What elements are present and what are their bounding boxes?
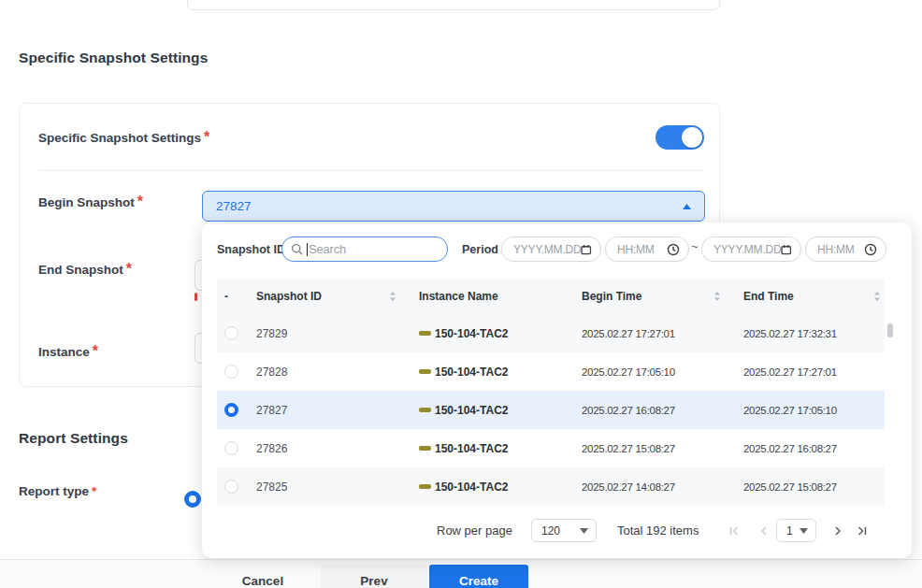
previous-section-box: [187, 0, 720, 10]
end-time-cell: 2025.02.27 16:08:27: [743, 443, 885, 454]
header-instance-name-label: Instance Name: [419, 290, 498, 303]
instance-label: Instance: [38, 345, 90, 359]
period-start-date-input[interactable]: YYYY.MM.DD: [501, 237, 601, 262]
search-placeholder: Search: [309, 242, 439, 256]
begin-snapshot-select[interactable]: 27827: [202, 191, 705, 222]
screen: Specific Snapshot Settings Specific Snap…: [0, 0, 922, 588]
instance-status-icon: [419, 446, 431, 451]
date-placeholder: YYYY.MM.DD: [713, 243, 781, 256]
snapshot-settings-toggle[interactable]: [655, 125, 704, 150]
snapshot-id-cell: 27826: [256, 442, 419, 455]
rows-per-page-select[interactable]: 120: [531, 519, 597, 542]
switch-label-row: Specific Snapshot Settings*: [38, 129, 209, 146]
total-items-text: Total 192 items: [617, 523, 699, 538]
instance-name-cell: 150-104-TAC2: [435, 404, 508, 417]
begin-time-cell: 2025.02.27 14:08:27: [582, 481, 743, 493]
last-page-button[interactable]: [853, 523, 870, 538]
create-button[interactable]: Create: [429, 565, 528, 588]
required-marker: *: [92, 484, 96, 498]
snapshot-dropdown-panel: Snapshot ID Search Period YYYY.MM.DD HH:…: [202, 222, 912, 558]
rows-per-page-value: 120: [541, 524, 560, 538]
instance-name-cell: 150-104-TAC2: [435, 480, 508, 494]
header-instance-name: Instance Name: [419, 290, 582, 303]
instance-name-cell: 150-104-TAC2: [435, 366, 508, 379]
next-page-button[interactable]: [829, 523, 846, 538]
period-label: Period: [462, 243, 498, 256]
sort-icon[interactable]: [873, 291, 881, 302]
snapshot-search-input[interactable]: Search: [281, 237, 448, 262]
chevron-left-icon: [760, 526, 768, 536]
sort-icon[interactable]: [713, 291, 721, 302]
row-radio[interactable]: [224, 480, 238, 494]
switch-label: Specific Snapshot Settings: [38, 131, 201, 145]
table-row[interactable]: 27826 150-104-TAC2 2025.02.27 15:08:27 2…: [217, 429, 885, 467]
footer-bar: Cancel Prev Create: [0, 559, 922, 588]
period-end-date-input[interactable]: YYYY.MM.DD: [701, 237, 801, 262]
required-marker: *: [126, 261, 132, 277]
period-range-separator: ~: [691, 239, 699, 253]
caret-up-icon: [683, 204, 691, 209]
instance-label-row: Instance*: [38, 343, 98, 360]
begin-time-cell: 2025.02.27 15:08:27: [582, 443, 743, 454]
caret-down-icon: [800, 528, 808, 534]
page-select[interactable]: 1: [776, 519, 816, 542]
instance-status-icon: [419, 331, 431, 336]
snapshot-id-cell: 27829: [256, 327, 419, 340]
table-row[interactable]: 27828 150-104-TAC2 2025.02.27 17:05:10 2…: [217, 352, 885, 391]
caret-down-icon: [580, 528, 588, 534]
calendar-icon: [781, 243, 792, 256]
snapshot-id-cell: 27825: [256, 480, 419, 494]
end-time-cell: 2025.02.27 15:08:27: [743, 481, 885, 493]
begin-snapshot-label-row: Begin Snapshot*: [38, 194, 143, 210]
begin-snapshot-label: Begin Snapshot: [38, 195, 135, 209]
report-type-label: Report type: [19, 484, 89, 498]
toggle-knob: [682, 127, 702, 148]
search-icon: [291, 243, 303, 255]
header-begin-time-label: Begin Time: [582, 290, 641, 303]
header-snapshot-id-label: Snapshot ID: [256, 290, 322, 303]
snapshot-id-cell: 27827: [256, 404, 419, 417]
prev-button[interactable]: Prev: [321, 565, 427, 588]
table-scrollbar-thumb[interactable]: [887, 323, 893, 337]
end-time-cell: 2025.02.27 17:27:01: [743, 366, 885, 378]
prev-page-button[interactable]: [756, 523, 772, 538]
begin-time-cell: 2025.02.27 17:05:10: [582, 366, 743, 378]
end-snapshot-label: End Snapshot: [38, 263, 123, 277]
instance-name-cell: 150-104-TAC2: [435, 327, 508, 340]
sort-icon[interactable]: [389, 291, 396, 302]
row-radio[interactable]: [224, 403, 238, 417]
begin-time-cell: 2025.02.27 17:27:01: [582, 328, 743, 339]
chevron-right-icon: [834, 526, 842, 536]
table-header: - Snapshot ID Instance Name Begin Time E…: [217, 279, 885, 314]
instance-status-icon: [419, 369, 431, 374]
last-page-icon: [857, 526, 867, 536]
row-radio[interactable]: [224, 326, 238, 340]
header-snapshot-id: Snapshot ID: [256, 290, 419, 303]
header-dash: -: [217, 290, 256, 303]
period-start-time-input[interactable]: HH:MM: [605, 237, 689, 262]
end-snapshot-error-marker: [194, 293, 197, 301]
card-divider: [38, 170, 705, 171]
end-time-cell: 2025.02.27 17:05:10: [743, 405, 885, 416]
report-type-radio[interactable]: [184, 491, 201, 508]
required-marker: *: [137, 194, 143, 209]
row-radio[interactable]: [224, 441, 238, 455]
required-marker: *: [204, 129, 209, 145]
filter-snapshot-id-label: Snapshot ID: [217, 243, 285, 256]
calendar-icon: [581, 243, 592, 256]
first-page-button[interactable]: [726, 523, 742, 538]
row-radio[interactable]: [224, 365, 238, 379]
instance-status-icon: [419, 484, 431, 489]
table-row[interactable]: 27827 150-104-TAC2 2025.02.27 16:08:27 2…: [217, 391, 885, 429]
cancel-button[interactable]: Cancel: [224, 565, 301, 588]
period-end-time-input[interactable]: HH:MM: [805, 237, 886, 262]
end-time-cell: 2025.02.27 17:32:31: [743, 328, 885, 339]
end-snapshot-label-row: End Snapshot*: [38, 261, 132, 278]
header-end-time-label: End Time: [743, 290, 794, 303]
first-page-icon: [729, 526, 740, 536]
report-section-title: Report Settings: [19, 430, 128, 447]
table-row[interactable]: 27829 150-104-TAC2 2025.02.27 17:27:01 2…: [217, 314, 885, 352]
table-row[interactable]: 27825 150-104-TAC2 2025.02.27 14:08:27 2…: [217, 467, 885, 506]
snapshot-id-cell: 27828: [256, 366, 419, 379]
rows-per-page-label: Row per page: [437, 523, 512, 538]
